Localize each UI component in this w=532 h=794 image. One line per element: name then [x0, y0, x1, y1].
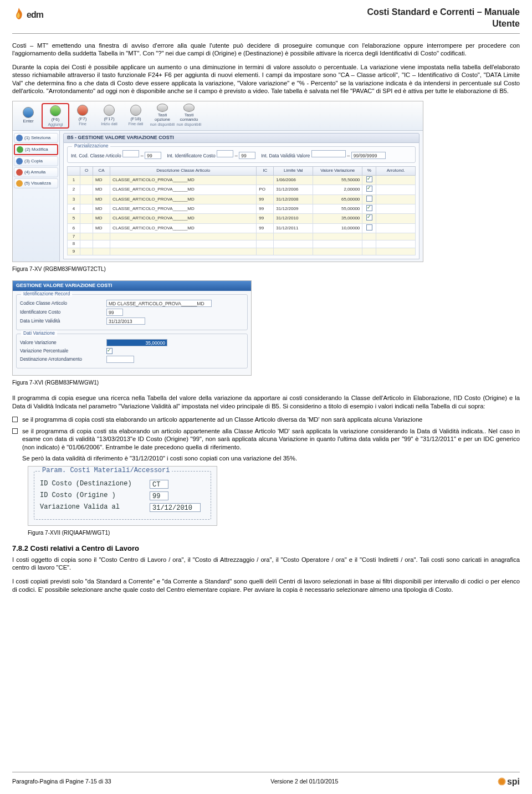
- sidebar-item[interactable]: (5) Visualizza: [14, 178, 58, 188]
- data-from-input[interactable]: [311, 150, 346, 157]
- valore-variazione-field[interactable]: 35,00000: [106, 339, 167, 346]
- ident-record-group: Identificazione Record Codice Classe Art…: [16, 294, 248, 330]
- flame-icon: [12, 7, 25, 23]
- spi-logo: ✺spi: [498, 776, 520, 788]
- table-row[interactable]: 7: [68, 233, 416, 240]
- gear-icon: ✺: [498, 776, 506, 788]
- bullet-2: se il programma di copia costi sta elabo…: [22, 427, 520, 463]
- footer-mid: Versione 2 del 01/10/2015: [270, 778, 338, 786]
- sidebar-item[interactable]: (3) Copia: [14, 156, 58, 166]
- table-row[interactable]: 2MDCLASSE_ARTICOLO_PROVA______MDPO31/12/…: [68, 185, 416, 194]
- toolbar-btn-Enter[interactable]: Enter: [15, 103, 42, 127]
- toolbar-btn-F6[interactable]: (F6)Aggiungi: [42, 103, 69, 129]
- table-row[interactable]: 4MDCLASSE_ARTICOLO_PROVA______MD9931/12/…: [68, 204, 416, 213]
- toolbar: Enter(F6)Aggiungi(F7)Fine(F17)Inizio dat…: [13, 101, 423, 131]
- form-title: GESTIONE VALORE VARIAZIONE COSTI: [13, 281, 251, 291]
- figure-caption-3: Figura 7-XVII (RIQIAAFM/WGT1): [28, 529, 520, 536]
- screenshot-record-form: GESTIONE VALORE VARIAZIONE COSTI Identif…: [12, 280, 252, 376]
- parzializzazione-group: Parzializzazione Int. Cod. Classe Artico…: [67, 146, 416, 163]
- paragraph-3: Il programma di copia esegue una ricerca…: [12, 394, 520, 410]
- idcosto-to-input[interactable]: 99: [239, 152, 255, 159]
- section-heading-782: 7.8.2 Costi relativi a Centro di Lavoro: [12, 544, 520, 554]
- toolbar-btn-F18[interactable]: (F18)Fine dati: [122, 103, 149, 127]
- footer-left: Paragrafo-Pagina di Pagine 7-15 di 33: [12, 778, 111, 786]
- classe-from-input[interactable]: [122, 150, 139, 157]
- screenshot-b5-grid: Enter(F6)Aggiungi(F7)Fine(F17)Inizio dat…: [12, 101, 423, 262]
- table-row[interactable]: 5MDCLASSE_ARTICOLO_PROVA______MD9931/12/…: [68, 214, 416, 223]
- sidebar-item[interactable]: (1) Seleziona: [14, 133, 58, 143]
- data-limite-field[interactable]: 31/12/2013: [106, 317, 145, 325]
- doc-title: Costi Standard e Correnti – Manuale Uten…: [367, 7, 520, 30]
- figure-caption-1: Figura 7-XV (RGBM83FM/WGT2CTL): [12, 265, 520, 273]
- logo-text: edm: [27, 9, 43, 21]
- classe-articolo-field[interactable]: MD CLASSE_ARTICOLO_PROVA______MD: [106, 300, 212, 307]
- id-costo-field[interactable]: 99: [106, 309, 123, 316]
- table-row[interactable]: 6MDCLASSE_ARTICOLO_PROVA______MD9931/12/…: [68, 223, 416, 233]
- table-row[interactable]: 1MDCLASSE_ARTICOLO_PROVA______MD1/06/200…: [68, 175, 416, 185]
- toolbar-btn-F7[interactable]: (F7)Fine: [69, 103, 96, 127]
- dati-variazione-group: Dati Variazione Valore Variazione35,0000…: [16, 334, 248, 368]
- table-row[interactable]: 8: [68, 240, 416, 248]
- paragraph-4: I costi oggetto di copia sono il "Costo …: [12, 556, 520, 572]
- figure-caption-2: Figura 7-XVI (RGBM83FM/WGW1): [12, 379, 520, 386]
- edm-logo: edm: [12, 7, 43, 23]
- toolbar-btn-F17[interactable]: (F17)Inizio dati: [96, 103, 122, 127]
- toolbar-btn-Tasti comando[interactable]: Tasti comandonon disponibili: [176, 103, 202, 127]
- variazione-valida-field[interactable]: 31/12/2010: [150, 503, 201, 512]
- idcosto-orig-field[interactable]: 99: [150, 491, 168, 500]
- tab-header[interactable]: B5 - GESTIONE VALORE VARIAZIONE COSTI: [63, 133, 420, 143]
- percentuale-checkbox[interactable]: [106, 348, 112, 354]
- bullet-1: se il programma di copia costi sta elabo…: [22, 416, 520, 424]
- idcosto-dest-field[interactable]: CT: [150, 480, 168, 489]
- variazione-grid[interactable]: OCADescrizione Classe ArticoloICLimite V…: [67, 166, 416, 255]
- paragraph-2: Durante la copia dei Costi è possibile a…: [12, 63, 520, 95]
- bullet-list: se il programma di copia costi sta elabo…: [12, 416, 520, 463]
- table-row[interactable]: 3MDCLASSE_ARTICOLO_PROVA______MD9931/12/…: [68, 194, 416, 204]
- page-header: edm Costi Standard e Correnti – Manuale …: [12, 7, 520, 34]
- arrotondamento-field[interactable]: [106, 356, 134, 363]
- table-row[interactable]: 9: [68, 248, 416, 255]
- sidebar-item[interactable]: (2) Modifica: [14, 144, 58, 155]
- sidebar: (1) Seleziona(2) Modifica(3) Copia(4) An…: [13, 131, 60, 262]
- screenshot-params: Param. Costi Materiali/Accessori ID Cost…: [28, 466, 217, 526]
- data-to-input[interactable]: 99/99/9999: [351, 152, 386, 159]
- paragraph-5: I costi copiati previsti solo "da Standa…: [12, 577, 520, 593]
- idcosto-from-input[interactable]: [217, 150, 233, 157]
- page-footer: Paragrafo-Pagina di Pagine 7-15 di 33 Ve…: [12, 772, 520, 788]
- classe-to-input[interactable]: 99: [145, 152, 161, 159]
- paragraph-1: Costi – MT" emettendo una finestra di av…: [12, 42, 520, 58]
- sidebar-item[interactable]: (4) Annulla: [14, 167, 58, 177]
- toolbar-btn-Tasti opzione[interactable]: Tasti opzionenon disponibili: [149, 103, 176, 127]
